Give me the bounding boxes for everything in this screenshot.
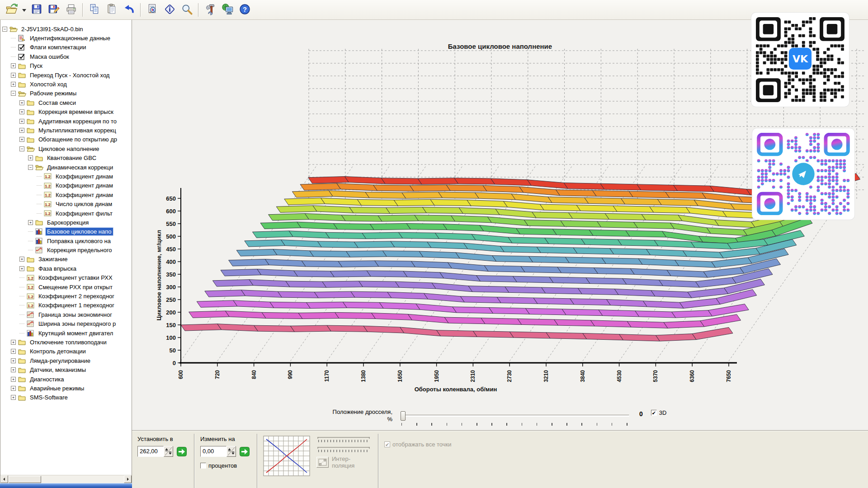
- tree-item[interactable]: +Холостой ход: [2, 80, 132, 89]
- tree-expand-toggle[interactable]: −: [2, 27, 7, 32]
- tree-expand-toggle[interactable]: +: [19, 100, 24, 105]
- preview-button[interactable]: [144, 2, 160, 18]
- tree-item[interactable]: Базовое цикловое напо: [2, 227, 132, 236]
- tree-item[interactable]: 1.2Коэффициент уставки РХХ: [2, 273, 132, 282]
- tree-item[interactable]: +Контроль детонации: [2, 347, 132, 356]
- tree-expand-toggle[interactable]: +: [19, 257, 24, 262]
- tree-expand-toggle[interactable]: +: [11, 358, 16, 363]
- svg-text:3840: 3840: [580, 370, 586, 382]
- tree-item[interactable]: +Квантование GBC: [2, 153, 132, 162]
- tree-item[interactable]: 1.2Коэффициент фильт: [2, 209, 132, 218]
- tree-expand-toggle[interactable]: +: [28, 220, 33, 225]
- throttle-slider-thumb[interactable]: [401, 411, 406, 421]
- tree-expand-toggle[interactable]: +: [19, 119, 24, 124]
- tree-expand-toggle[interactable]: +: [19, 137, 24, 142]
- curves-preview-button[interactable]: [263, 436, 310, 476]
- save-button[interactable]: [28, 2, 45, 18]
- tree-expand-toggle[interactable]: +: [11, 82, 16, 87]
- tree-expand-toggle[interactable]: +: [11, 349, 16, 354]
- tree-expand-toggle[interactable]: +: [11, 63, 16, 68]
- tree-expand-toggle[interactable]: +: [19, 128, 24, 133]
- svg-text:600: 600: [166, 208, 176, 215]
- change-by-input[interactable]: 0,00: [200, 446, 236, 457]
- tree-connector: [37, 213, 42, 214]
- scroll-left-arrow[interactable]: [0, 475, 8, 483]
- tree-item[interactable]: +Мультипликативная коррекц: [2, 126, 132, 135]
- spinner-updown-icon[interactable]: [164, 446, 173, 457]
- tree-item[interactable]: +SMS-Software: [2, 393, 132, 402]
- tree-item[interactable]: Коррекция предельного: [2, 245, 132, 254]
- 3d-checkbox[interactable]: ✔ 3D: [651, 409, 667, 416]
- tree-item[interactable]: +Барокоррекция: [2, 218, 132, 227]
- tree-item[interactable]: +Обогащение по открытию др: [2, 135, 132, 144]
- help-button[interactable]: ?: [236, 2, 253, 18]
- tree-item[interactable]: 1.2Число циклов динам: [2, 199, 132, 208]
- percent-checkbox[interactable]: процентов: [200, 462, 250, 469]
- tree-item[interactable]: 1.2Коэффициент динам: [2, 190, 132, 199]
- tree-item[interactable]: 1.2Смещение РХХ при открыт: [2, 282, 132, 291]
- save-as-button[interactable]: [46, 2, 62, 18]
- tree-item[interactable]: +Фаза впрыска: [2, 264, 132, 273]
- tree-item[interactable]: −Динамическая коррекци: [2, 163, 132, 172]
- tree-expand-toggle[interactable]: +: [19, 109, 24, 114]
- tree-horizontal-scrollbar[interactable]: [0, 475, 132, 483]
- tree-item[interactable]: +Коррекция времени впрыск: [2, 108, 132, 117]
- copy-button[interactable]: [86, 2, 103, 18]
- tree-item[interactable]: Граница зоны экономичног: [2, 310, 132, 319]
- tree-item[interactable]: Флаги комплектации: [2, 43, 132, 52]
- scroll-right-arrow[interactable]: [124, 475, 132, 483]
- tree-expand-toggle[interactable]: −: [11, 91, 16, 96]
- throttle-trackbar[interactable]: [401, 409, 629, 427]
- tree-item[interactable]: +Пуск: [2, 61, 132, 70]
- tree-item[interactable]: +Лямда-регулирование: [2, 356, 132, 365]
- tree-item[interactable]: Идентификационные данные: [2, 33, 132, 42]
- tree-item[interactable]: Ширина зоны переходного р: [2, 319, 132, 328]
- tree-item[interactable]: 1.2Коэффициент динам: [2, 172, 132, 181]
- tree-item[interactable]: +Зажигание: [2, 255, 132, 264]
- search-button[interactable]: [179, 2, 195, 18]
- tree-item[interactable]: +Состав смеси: [2, 98, 132, 107]
- tree-item[interactable]: Маска ошибок: [2, 52, 132, 61]
- tree-item[interactable]: Крутящий момент двигател: [2, 328, 132, 338]
- tree-item[interactable]: −2-J5V13I91-SkAD-0.bin: [2, 24, 132, 33]
- svg-text:1.2: 1.2: [45, 174, 51, 179]
- info-button[interactable]: [161, 2, 178, 18]
- tree-expand-toggle[interactable]: +: [11, 340, 16, 345]
- scrollbar-thumb[interactable]: [9, 476, 41, 483]
- tools-button[interactable]: [202, 2, 218, 18]
- tree-expand-toggle[interactable]: +: [11, 367, 16, 372]
- tree-item[interactable]: 1.2Коэффициент 1 переходног: [2, 301, 132, 310]
- tree-item[interactable]: +Отключение топливоподачи: [2, 338, 132, 347]
- tree-item[interactable]: +Аварийные режимы: [2, 384, 132, 393]
- tree-expand-toggle[interactable]: +: [19, 266, 24, 271]
- tree-item[interactable]: +Аддитивная коррекция по то: [2, 117, 132, 126]
- svg-text:840: 840: [251, 370, 257, 379]
- tree-item[interactable]: Поправка циклового на: [2, 236, 132, 245]
- tree-expand-toggle[interactable]: +: [11, 73, 16, 78]
- open-dropdown-button[interactable]: [20, 2, 28, 18]
- spinner-updown-icon[interactable]: [226, 446, 236, 457]
- tree-item[interactable]: +Датчики, механизмы: [2, 365, 132, 374]
- apply-change-button[interactable]: [240, 447, 250, 456]
- network-button[interactable]: [219, 2, 236, 18]
- tree-expand-toggle[interactable]: −: [28, 165, 33, 170]
- tree-expand-toggle[interactable]: +: [11, 395, 16, 400]
- set-value-input[interactable]: 262,00: [137, 446, 173, 457]
- tree-item[interactable]: +Диагностика: [2, 375, 132, 384]
- tree-item[interactable]: 1.2Коэффициент 2 переходног: [2, 291, 132, 300]
- tree-expand-toggle[interactable]: +: [11, 377, 16, 382]
- tree-connector: [37, 176, 42, 177]
- tree-item[interactable]: −Рабочие режимы: [2, 89, 132, 98]
- paste-button[interactable]: [104, 2, 120, 18]
- print-button[interactable]: [63, 2, 79, 18]
- tree-item[interactable]: +Переход Пуск - Холостой ход: [2, 70, 132, 80]
- open-button[interactable]: [3, 2, 19, 18]
- tree-item[interactable]: 1.2Коэффициент динам: [2, 181, 132, 190]
- tree-expand-toggle[interactable]: +: [28, 155, 33, 160]
- tree-expand-toggle[interactable]: −: [19, 146, 24, 151]
- apply-set-button[interactable]: [177, 447, 187, 456]
- copy-icon: [89, 3, 100, 16]
- undo-button[interactable]: [121, 2, 137, 18]
- tree-item[interactable]: −Цикловое наполнение: [2, 144, 132, 153]
- tree-expand-toggle[interactable]: +: [11, 386, 16, 391]
